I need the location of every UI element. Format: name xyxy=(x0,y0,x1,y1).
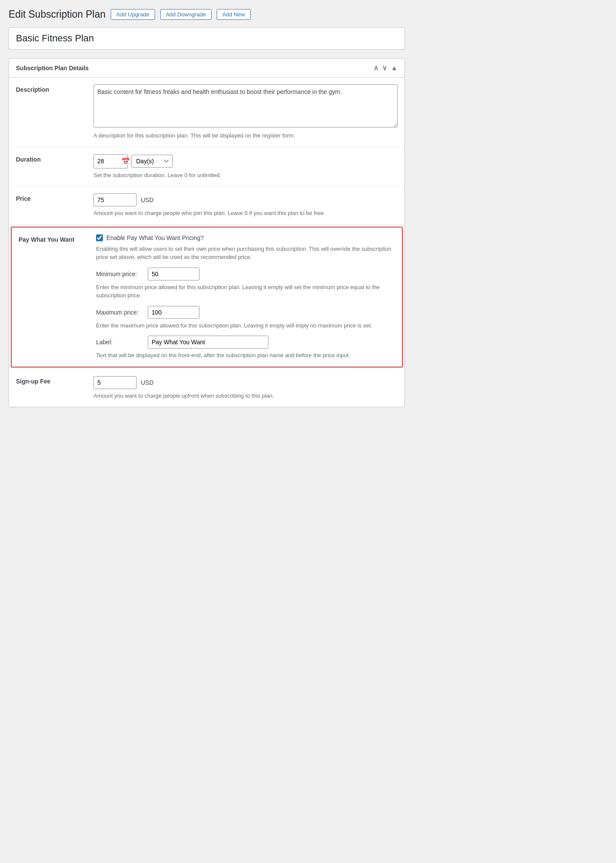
duration-content: 📅 Day(s) Week(s) Month(s) Year(s) Set th… xyxy=(93,154,398,180)
price-hint: Amount you want to charge people who joi… xyxy=(93,209,398,218)
min-price-label: Minimum price: xyxy=(96,271,143,277)
description-textarea[interactable]: Basic content for fitness freaks and hea… xyxy=(93,84,398,128)
add-downgrade-button[interactable]: Add Downgrade xyxy=(160,9,212,20)
plan-name-input[interactable] xyxy=(16,33,398,44)
price-row: USD xyxy=(93,193,398,206)
section-header-controls: ∧ ∨ ▲ xyxy=(373,64,398,72)
duration-unit-select[interactable]: Day(s) Week(s) Month(s) Year(s) xyxy=(131,155,173,168)
pwyw-description: Enabling this will allow users to set th… xyxy=(96,245,395,262)
min-price-hint: Enter the minimum price allowed for this… xyxy=(96,283,395,300)
section-title: Subscription Plan Details xyxy=(16,65,89,72)
price-label: Price xyxy=(16,193,85,218)
page-header: Edit Subscription Plan Add Upgrade Add D… xyxy=(9,9,405,20)
duration-field-row: Duration 📅 Day(s) Week(s) Month(s) Year(… xyxy=(9,147,404,187)
label-field-row: Label: xyxy=(96,336,395,349)
price-input[interactable] xyxy=(93,193,137,206)
duration-input-wrapper: 📅 xyxy=(93,154,128,168)
page-title: Edit Subscription Plan xyxy=(9,9,106,20)
price-content: USD Amount you want to charge people who… xyxy=(93,193,398,218)
description-label: Description xyxy=(16,84,85,140)
max-price-hint: Enter the maximum price allowed for this… xyxy=(96,321,395,330)
signup-fee-input[interactable] xyxy=(93,376,137,389)
description-content: Basic content for fitness freaks and hea… xyxy=(93,84,398,140)
duration-number-input[interactable] xyxy=(97,158,119,165)
min-price-input[interactable] xyxy=(148,268,199,280)
section-body: Description Basic content for fitness fr… xyxy=(9,78,404,407)
label-input[interactable] xyxy=(148,336,268,349)
collapse-down-icon[interactable]: ∨ xyxy=(382,64,387,72)
signup-fee-label: Sign-up Fee xyxy=(16,376,85,400)
duration-hint: Set the subscription duration. Leave 0 f… xyxy=(93,171,398,180)
price-field-row: Price USD Amount you want to charge peop… xyxy=(9,187,404,225)
pwyw-content: Enable Pay What You Want Pricing? Enabli… xyxy=(96,234,395,360)
toggle-icon[interactable]: ▲ xyxy=(391,64,398,72)
section-panel: Subscription Plan Details ∧ ∨ ▲ Descript… xyxy=(9,58,405,407)
label-field-label: Label: xyxy=(96,339,143,346)
signup-fee-hint: Amount you want to charge people upfront… xyxy=(93,392,398,400)
description-hint: A description for this subscription plan… xyxy=(93,131,398,140)
signup-fee-field-row: Sign-up Fee USD Amount you want to charg… xyxy=(9,369,404,407)
duration-label: Duration xyxy=(16,154,85,180)
plan-name-box xyxy=(9,27,405,50)
min-price-row: Minimum price: xyxy=(96,268,395,280)
description-field-row: Description Basic content for fitness fr… xyxy=(9,78,404,147)
label-hint: Text that will be displayed on the front… xyxy=(96,351,395,360)
max-price-input[interactable] xyxy=(148,306,199,319)
price-currency: USD xyxy=(141,196,154,203)
pwyw-checkbox[interactable] xyxy=(96,234,103,241)
max-price-row: Maximum price: xyxy=(96,306,395,319)
pwyw-checkbox-row: Enable Pay What You Want Pricing? xyxy=(96,234,395,241)
pay-what-you-want-field-row: Pay What You Want Enable Pay What You Wa… xyxy=(11,227,403,368)
signup-fee-content: USD Amount you want to charge people upf… xyxy=(93,376,398,400)
max-price-label: Maximum price: xyxy=(96,309,143,316)
add-new-button[interactable]: Add New xyxy=(217,9,251,20)
collapse-up-icon[interactable]: ∧ xyxy=(373,64,379,72)
add-upgrade-button[interactable]: Add Upgrade xyxy=(111,9,155,20)
section-header: Subscription Plan Details ∧ ∨ ▲ xyxy=(9,59,404,78)
signup-fee-row: USD xyxy=(93,376,398,389)
calendar-icon: 📅 xyxy=(121,157,130,165)
pwyw-label: Pay What You Want xyxy=(19,234,87,360)
signup-fee-currency: USD xyxy=(141,379,154,386)
duration-row: 📅 Day(s) Week(s) Month(s) Year(s) xyxy=(93,154,398,168)
pwyw-checkbox-label[interactable]: Enable Pay What You Want Pricing? xyxy=(106,234,204,241)
